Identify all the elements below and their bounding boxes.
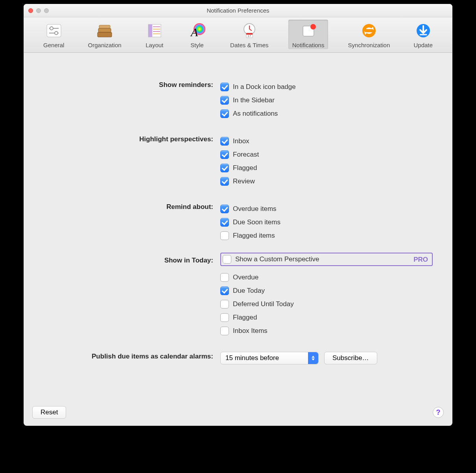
tab-update[interactable]: Update bbox=[410, 20, 436, 49]
checkbox-label: Inbox Items bbox=[233, 327, 268, 335]
footer: Reset ? bbox=[24, 401, 452, 426]
tab-layout[interactable]: Layout bbox=[141, 20, 168, 49]
select-value: 15 minutes before bbox=[225, 354, 279, 362]
layout-icon bbox=[145, 21, 164, 40]
tab-label: Layout bbox=[146, 42, 163, 48]
tab-organization[interactable]: Organization bbox=[84, 20, 125, 49]
tab-label: Update bbox=[413, 42, 432, 48]
publish-interval-select[interactable]: 15 minutes before bbox=[220, 352, 319, 364]
preferences-toolbar: General Organization Layout A Style bbox=[24, 17, 452, 53]
show-reminders-label: Show reminders: bbox=[39, 80, 220, 89]
tab-general[interactable]: General bbox=[39, 20, 68, 49]
svg-point-4 bbox=[55, 31, 58, 35]
pro-badge: PRO bbox=[413, 256, 428, 264]
tab-label: General bbox=[43, 42, 64, 48]
checkbox-label: Review bbox=[233, 177, 255, 185]
svg-point-23 bbox=[310, 24, 316, 30]
checkbox-label: In a Dock icon badge bbox=[233, 83, 296, 91]
checkbox-flagged-items[interactable] bbox=[220, 231, 229, 240]
svg-point-24 bbox=[362, 24, 376, 37]
checkbox-today-overdue[interactable] bbox=[220, 273, 229, 282]
preferences-window: Notification Preferences General Organiz… bbox=[24, 4, 452, 426]
checkbox-forecast[interactable] bbox=[220, 150, 229, 159]
checkbox-today-flagged[interactable] bbox=[220, 313, 229, 322]
checkbox-sidebar[interactable] bbox=[220, 96, 229, 105]
svg-rect-5 bbox=[99, 25, 110, 28]
checkbox-deferred-today[interactable] bbox=[220, 300, 229, 309]
checkbox-flagged[interactable] bbox=[220, 164, 229, 172]
style-icon: A bbox=[188, 21, 207, 40]
highlight-perspectives-label: Highlight perspectives: bbox=[39, 135, 220, 143]
checkbox-label: Forecast bbox=[233, 151, 259, 159]
checkbox-label: Overdue bbox=[233, 273, 258, 281]
checkbox-label: Overdue items bbox=[233, 205, 277, 213]
tab-label: Notifications bbox=[292, 42, 325, 48]
checkbox-as-notifications[interactable] bbox=[220, 109, 229, 118]
notifications-icon bbox=[299, 21, 318, 40]
reset-button[interactable]: Reset bbox=[32, 406, 66, 419]
checkbox-label: Inbox bbox=[233, 137, 249, 145]
checkbox-due-soon[interactable] bbox=[220, 218, 229, 227]
organizer-icon bbox=[95, 21, 114, 40]
tab-style[interactable]: A Style bbox=[184, 20, 210, 49]
chevron-up-down-icon bbox=[308, 352, 318, 364]
checkbox-label: As notifications bbox=[233, 110, 278, 118]
svg-rect-9 bbox=[148, 24, 152, 37]
checkbox-inbox-items[interactable] bbox=[220, 327, 229, 335]
tab-label: Synchronization bbox=[348, 42, 390, 48]
minimize-icon[interactable] bbox=[36, 8, 41, 13]
publish-label: Publish due items as calendar alarms: bbox=[39, 352, 220, 360]
sync-icon bbox=[360, 21, 378, 40]
subscribe-button[interactable]: Subscribe… bbox=[324, 352, 377, 364]
tab-label: Style bbox=[190, 42, 203, 48]
checkbox-label: Deferred Until Today bbox=[233, 300, 294, 308]
checkbox-overdue-items[interactable] bbox=[220, 205, 229, 213]
svg-rect-6 bbox=[98, 28, 111, 32]
checkbox-label: In the Sidebar bbox=[233, 96, 275, 104]
pro-feature-box: Show a Custom Perspective PRO bbox=[220, 253, 433, 266]
svg-rect-0 bbox=[47, 24, 61, 37]
tab-label: Dates & Times bbox=[230, 42, 269, 48]
tab-notifications[interactable]: Notifications bbox=[288, 20, 328, 49]
svg-rect-7 bbox=[98, 32, 112, 37]
checkbox-label: Flagged bbox=[233, 164, 257, 172]
sliders-icon bbox=[44, 21, 63, 40]
clock-calendar-icon: 17 bbox=[240, 21, 259, 40]
checkbox-inbox[interactable] bbox=[220, 137, 229, 146]
svg-point-2 bbox=[50, 27, 53, 30]
content-area: Show reminders: In a Dock icon badge In … bbox=[24, 53, 452, 401]
tab-synchronization[interactable]: Synchronization bbox=[344, 20, 394, 49]
show-in-today-label: Show in Today: bbox=[39, 253, 220, 264]
close-icon[interactable] bbox=[28, 8, 33, 13]
download-icon bbox=[414, 21, 433, 40]
checkbox-label: Flagged items bbox=[233, 232, 275, 240]
svg-text:A: A bbox=[190, 26, 198, 39]
checkbox-label: Due Today bbox=[233, 287, 265, 295]
help-icon: ? bbox=[436, 408, 441, 417]
checkbox-custom-perspective[interactable] bbox=[223, 255, 231, 264]
checkbox-due-today[interactable] bbox=[220, 286, 229, 295]
checkbox-label: Due Soon items bbox=[233, 218, 280, 226]
remind-about-label: Remind about: bbox=[39, 202, 220, 211]
titlebar: Notification Preferences bbox=[24, 4, 452, 17]
checkbox-dock-badge[interactable] bbox=[220, 83, 229, 91]
help-button[interactable]: ? bbox=[433, 407, 444, 418]
svg-text:17: 17 bbox=[247, 34, 251, 38]
tab-dates-times[interactable]: 17 Dates & Times bbox=[226, 20, 273, 49]
checkbox-label: Show a Custom Perspective bbox=[235, 255, 319, 263]
checkbox-review[interactable] bbox=[220, 177, 229, 186]
tab-label: Organization bbox=[88, 42, 122, 48]
maximize-icon[interactable] bbox=[44, 8, 49, 13]
window-title: Notification Preferences bbox=[28, 7, 448, 14]
checkbox-label: Flagged bbox=[233, 314, 257, 321]
traffic-lights bbox=[28, 8, 49, 13]
